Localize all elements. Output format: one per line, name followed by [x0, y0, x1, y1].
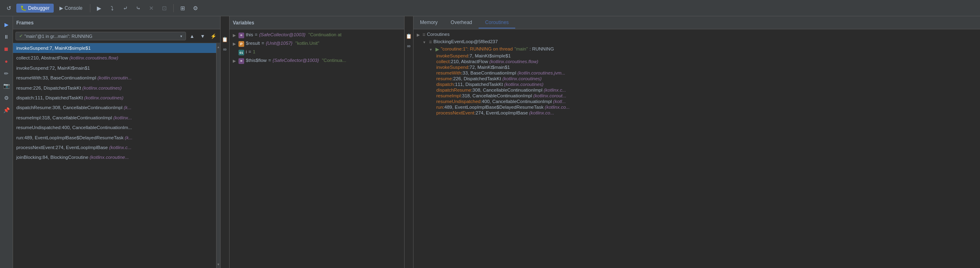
- list-icon: ≡: [422, 32, 425, 37]
- variables-and-scroll: ▶ = this = {SafeCollector@1003} "Continu…: [230, 29, 404, 268]
- expand-icon: ▶: [233, 42, 237, 46]
- stack-frame[interactable]: invokeSuspend:72, MainKt$main$1: [413, 64, 980, 70]
- coroutines-list: ▶ ≡ Coroutines ▾ ≡ BlockingEventLoop@5f8…: [413, 29, 980, 268]
- side-icons-panel: ▶ ⏸ ⏹ ● ✏ 📷 ⚙ 📌: [0, 16, 13, 268]
- variables-header: Variables: [230, 16, 404, 29]
- coroutines-label: Coroutines: [427, 32, 450, 37]
- camera-icon[interactable]: 📷: [2, 81, 11, 90]
- frame-item[interactable]: dispatch:111, DispatchedTaskKt (kotlinx.…: [13, 93, 216, 103]
- pin-icon[interactable]: 📌: [2, 105, 11, 115]
- copy-icon[interactable]: 📋: [221, 35, 230, 44]
- expand-placeholder: [233, 50, 237, 55]
- resume-icon[interactable]: ▶: [94, 2, 105, 14]
- frames-scrollbar[interactable]: ▲ ▼: [216, 43, 220, 268]
- right-panel: Memory Overhead Coroutines ▶ ≡ Coroutine…: [413, 16, 980, 268]
- toolbar-separator-1: [90, 4, 90, 12]
- stack-frame[interactable]: resumeWith:33, BaseContinuationImpl (kot…: [413, 70, 980, 76]
- coroutine-1-item[interactable]: ▾ ▶ "coroutine:1": RUNNING on thread "ma…: [413, 46, 980, 53]
- frames-up-btn[interactable]: ▲: [188, 32, 197, 41]
- tab-overhead[interactable]: Overhead: [444, 17, 479, 29]
- stack-frame[interactable]: resumeImpl:318, CancellableContinuationI…: [413, 93, 980, 99]
- toolbar-separator-2: [173, 4, 174, 12]
- stack-frame[interactable]: processNextEvent:274, EventLoopImplBase …: [413, 110, 980, 116]
- play-icon[interactable]: ▶: [2, 20, 11, 29]
- refresh-icon[interactable]: ↺: [3, 2, 15, 14]
- tab-console[interactable]: ▶ Console: [55, 4, 87, 13]
- thread-dropdown[interactable]: ✔ "main"@1 in gr...main": RUNNING ▾: [15, 32, 186, 40]
- frame-item[interactable]: resume:226, DispatchedTaskKt (kotlinx.co…: [13, 83, 216, 93]
- step-over-icon[interactable]: ⤵: [107, 2, 118, 14]
- frames-title: Frames: [16, 20, 34, 26]
- stack-frame[interactable]: resume:226, DispatchedTaskKt (kotlinx.co…: [413, 76, 980, 81]
- step-out-icon[interactable]: ⤷: [133, 2, 144, 14]
- breakpoint-icon[interactable]: ●: [2, 56, 11, 66]
- restore-layout-icon[interactable]: ⊞: [177, 2, 188, 14]
- var-copy-icon[interactable]: 📋: [405, 32, 413, 41]
- coroutine-thread: "main": [514, 46, 528, 51]
- frame-item[interactable]: resumeImpl:318, CancellableContinuationI…: [13, 113, 216, 123]
- right-tabs: Memory Overhead Coroutines: [413, 16, 980, 29]
- stack-frame[interactable]: dispatch:111, DispatchedTaskKt (kotlinx.…: [413, 81, 980, 87]
- stack-frame[interactable]: invokeSuspend:7, MainKt$simple$1: [413, 53, 980, 59]
- gear-icon[interactable]: ⚙: [2, 93, 11, 103]
- stack-frame[interactable]: dispatchResume:308, CancellableContinuat…: [413, 87, 980, 93]
- frame-item[interactable]: resumeUndispatched:400, CancellableConti…: [13, 123, 216, 132]
- stop-icon[interactable]: ⏹: [2, 44, 11, 54]
- variables-panel: Variables ▶ = this = {SafeCollector@1003…: [230, 16, 405, 268]
- coroutine-name: "coroutine:1": RUNNING on thread: [441, 46, 513, 51]
- infinity-icon[interactable]: ∞: [221, 45, 230, 54]
- variables-side: 📋 ∞: [405, 16, 413, 268]
- console-tab-label: Console: [65, 5, 83, 11]
- run-to-cursor-icon[interactable]: ✕: [146, 2, 157, 14]
- frame-item[interactable]: resumeWith:33, BaseContinuationImpl (kot…: [13, 73, 216, 83]
- frames-list: invokeSuspend:7, MainKt$simple$1 collect…: [13, 43, 216, 268]
- settings-icon[interactable]: ⚙: [190, 2, 201, 14]
- scroll-down-btn[interactable]: ▼: [217, 261, 221, 267]
- expand-icon: ▶: [233, 59, 237, 63]
- frame-item[interactable]: invokeSuspend:7, MainKt$simple$1: [13, 43, 216, 53]
- var-infinity-icon[interactable]: ∞: [405, 42, 413, 51]
- expand-icon: ▶: [233, 33, 237, 37]
- stack-frame[interactable]: resumeUndispatched:400, CancellableConti…: [413, 99, 980, 104]
- frame-item[interactable]: run:489, EventLoopImplBase$DelayedResume…: [13, 133, 216, 143]
- frame-item[interactable]: collect:210, AbstractFlow (kotlinx.corou…: [13, 53, 216, 63]
- expand-icon: ▾: [423, 40, 427, 44]
- coroutines-section-header[interactable]: ▶ ≡ Coroutines: [413, 31, 980, 38]
- step-into-icon[interactable]: ⤶: [120, 2, 131, 14]
- variable-this[interactable]: ▶ = this = {SafeCollector@1003} "Continu…: [230, 31, 404, 40]
- debugger-tab-icon: 🐛: [20, 5, 26, 11]
- stack-frame[interactable]: run:489, EventLoopImplBase$DelayedResume…: [413, 104, 980, 110]
- coroutine-status: : RUNNING: [529, 46, 554, 51]
- main-content: ▶ ⏸ ⏹ ● ✏ 📷 ⚙ 📌 Frames ✔ "main"@1 in gr.…: [0, 16, 980, 268]
- variables-title: Variables: [233, 20, 254, 26]
- variable-i[interactable]: 01 i = 1: [230, 48, 404, 57]
- toolbar: ↺ 🐛 Debugger ▶ Console ▶ ⤵ ⤶ ⤷ ✕ ⊡ ⊞ ⚙: [0, 0, 980, 16]
- tab-debugger[interactable]: 🐛 Debugger: [16, 4, 54, 13]
- blocking-loop-item[interactable]: ▾ ≡ BlockingEventLoop@5f8ed237: [413, 38, 980, 46]
- chevron-down-icon: ▾: [180, 34, 182, 38]
- evaluate-icon[interactable]: ⊡: [159, 2, 170, 14]
- scroll-up-btn[interactable]: ▲: [217, 44, 221, 50]
- frames-and-scroll: invokeSuspend:7, MainKt$simple$1 collect…: [13, 43, 220, 268]
- frames-down-btn[interactable]: ▼: [198, 32, 207, 41]
- var-type-icon: =: [238, 58, 244, 64]
- frame-item[interactable]: processNextEvent:274, EventLoopImplBase …: [13, 143, 216, 152]
- pause-icon[interactable]: ⏸: [2, 32, 11, 42]
- frame-item[interactable]: joinBlocking:84, BlockingCoroutine (kotl…: [13, 152, 216, 162]
- expand-icon: ▶: [417, 33, 421, 37]
- frames-filter-btn[interactable]: ⚡: [209, 32, 218, 41]
- var-type-icon: 01: [238, 50, 244, 55]
- tab-memory[interactable]: Memory: [413, 17, 444, 29]
- var-type-icon: P: [238, 41, 244, 47]
- frames-actions: 📋 ∞: [221, 16, 230, 268]
- variable-result[interactable]: ▶ P $result = {Unit@1057} "kotlin.Unit": [230, 40, 404, 48]
- stack-frame[interactable]: collect:210, AbstractFlow (kotlinx.corou…: [413, 59, 980, 64]
- tab-coroutines[interactable]: Coroutines: [479, 17, 515, 29]
- frame-item[interactable]: dispatchResume:308, CancellableContinuat…: [13, 103, 216, 112]
- frame-item[interactable]: invokeSuspend:72, MainKt$main$1: [13, 63, 216, 73]
- variables-list: ▶ = this = {SafeCollector@1003} "Continu…: [230, 29, 404, 268]
- console-tab-icon: ▶: [59, 5, 63, 11]
- edit-icon[interactable]: ✏: [2, 68, 11, 78]
- variable-this-flow[interactable]: ▶ = $this$flow = {SafeCollector@1003} "C…: [230, 57, 404, 65]
- frames-toolbar: ✔ "main"@1 in gr...main": RUNNING ▾ ▲ ▼ …: [13, 29, 220, 43]
